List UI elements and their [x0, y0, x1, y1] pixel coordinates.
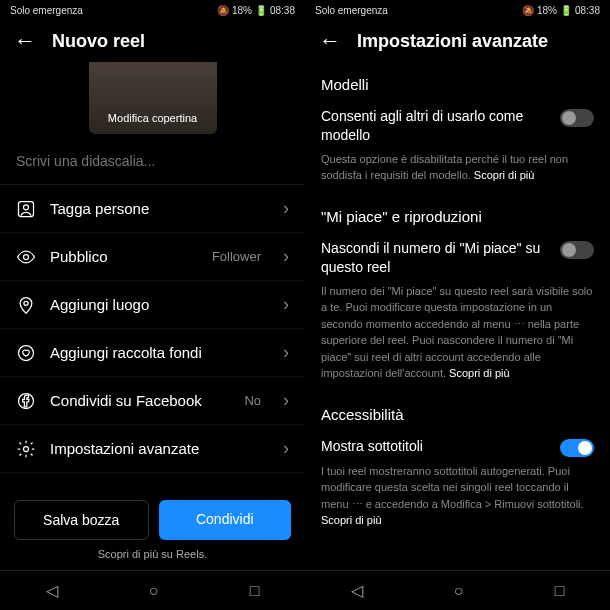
row-label: Pubblico — [50, 248, 198, 265]
status-bar: Solo emergenza 🔕 18% 🔋 08:38 — [305, 0, 610, 20]
back-icon[interactable]: ← — [14, 28, 36, 54]
svg-point-6 — [24, 446, 29, 451]
chevron-right-icon: › — [283, 246, 289, 267]
battery-pct: 18% — [537, 5, 557, 16]
edit-cover-button[interactable]: Modifica copertina — [108, 112, 197, 124]
nav-recent-icon[interactable]: □ — [555, 582, 565, 600]
row-label: Aggiungi luogo — [50, 296, 269, 313]
nav-home-icon[interactable]: ○ — [454, 582, 464, 600]
battery-pct: 18% — [232, 5, 252, 16]
caption-input[interactable] — [16, 153, 289, 169]
cover-area: Modifica copertina — [0, 62, 305, 142]
status-left: Solo emergenza — [10, 5, 83, 16]
heart-icon — [16, 343, 36, 363]
share-button[interactable]: Condividi — [159, 500, 292, 540]
battery-icon: 🔋 — [255, 5, 267, 16]
row-label: Condividi su Facebook — [50, 392, 230, 409]
facebook-icon — [16, 391, 36, 411]
page-title: Impostazioni avanzate — [357, 31, 548, 52]
chevron-right-icon: › — [283, 390, 289, 411]
setting-description: Il numero dei "Mi piace" su questo reel … — [321, 283, 594, 382]
row-value: Follower — [212, 249, 261, 264]
setting-description: Questa opzione è disabilitata perché il … — [321, 151, 594, 184]
nav-bar: ◁ ○ □ — [0, 570, 305, 610]
setting-label: Nascondi il numero di "Mi piace" su ques… — [321, 239, 550, 277]
footer: Salva bozza Condividi Scopri di più su R… — [0, 490, 305, 570]
chevron-right-icon: › — [283, 342, 289, 363]
row-advanced-settings[interactable]: Impostazioni avanzate › — [0, 425, 305, 473]
nav-back-icon[interactable]: ◁ — [46, 581, 58, 600]
row-value: No — [244, 393, 261, 408]
setting-allow-template: Consenti agli altri di usarlo come model… — [305, 99, 610, 194]
svg-point-1 — [24, 204, 29, 209]
status-left: Solo emergenza — [315, 5, 388, 16]
row-label: Tagga persone — [50, 200, 269, 217]
setting-description: I tuoi reel mostreranno sottotitoli auto… — [321, 463, 594, 529]
setting-label: Consenti agli altri di usarlo come model… — [321, 107, 550, 145]
setting-captions: Mostra sottotitoli I tuoi reel mostreran… — [305, 429, 610, 539]
page-title: Nuovo reel — [52, 31, 145, 52]
section-likes-plays: "Mi piace" e riproduzioni — [305, 194, 610, 231]
screen-advanced-settings: Solo emergenza 🔕 18% 🔋 08:38 ← Impostazi… — [305, 0, 610, 610]
row-add-location[interactable]: Aggiungi luogo › — [0, 281, 305, 329]
learn-more-link[interactable]: Scopri di più — [321, 514, 382, 526]
battery-icon: 🔋 — [560, 5, 572, 16]
save-draft-button[interactable]: Salva bozza — [14, 500, 149, 540]
svg-point-4 — [19, 345, 34, 360]
learn-more-reels[interactable]: Scopri di più su Reels. — [14, 540, 291, 564]
svg-point-2 — [24, 254, 29, 259]
clock: 08:38 — [575, 5, 600, 16]
header: ← Impostazioni avanzate — [305, 20, 610, 62]
row-fundraiser[interactable]: Aggiungi raccolta fondi › — [0, 329, 305, 377]
settings-scroll[interactable]: Modelli Consenti agli altri di usarlo co… — [305, 62, 610, 570]
toggle-allow-template[interactable] — [560, 109, 594, 127]
screen-new-reel: Solo emergenza 🔕 18% 🔋 08:38 ← Nuovo ree… — [0, 0, 305, 610]
gear-icon — [16, 439, 36, 459]
svg-rect-0 — [19, 201, 34, 216]
learn-more-link[interactable]: Scopri di più — [474, 169, 535, 181]
nav-back-icon[interactable]: ◁ — [351, 581, 363, 600]
nav-home-icon[interactable]: ○ — [149, 582, 159, 600]
clock: 08:38 — [270, 5, 295, 16]
row-tag-people[interactable]: Tagga persone › — [0, 185, 305, 233]
status-right: 🔕 18% 🔋 08:38 — [217, 5, 295, 16]
chevron-right-icon: › — [283, 294, 289, 315]
row-audience[interactable]: Pubblico Follower › — [0, 233, 305, 281]
person-icon — [16, 199, 36, 219]
status-bar: Solo emergenza 🔕 18% 🔋 08:38 — [0, 0, 305, 20]
setting-label: Mostra sottotitoli — [321, 437, 550, 456]
nav-bar: ◁ ○ □ — [305, 570, 610, 610]
status-right: 🔕 18% 🔋 08:38 — [522, 5, 600, 16]
section-templates: Modelli — [305, 62, 610, 99]
chevron-right-icon: › — [283, 198, 289, 219]
setting-hide-likes: Nascondi il numero di "Mi piace" su ques… — [305, 231, 610, 392]
header: ← Nuovo reel — [0, 20, 305, 62]
cover-thumbnail[interactable]: Modifica copertina — [89, 62, 217, 134]
row-label: Aggiungi raccolta fondi — [50, 344, 269, 361]
svg-point-3 — [24, 301, 28, 305]
toggle-hide-likes[interactable] — [560, 241, 594, 259]
chevron-right-icon: › — [283, 438, 289, 459]
caption-area[interactable] — [0, 142, 305, 185]
mute-icon: 🔕 — [217, 5, 229, 16]
row-share-facebook[interactable]: Condividi su Facebook No › — [0, 377, 305, 425]
learn-more-link[interactable]: Scopri di più — [449, 367, 510, 379]
back-icon[interactable]: ← — [319, 28, 341, 54]
row-label: Impostazioni avanzate — [50, 440, 269, 457]
eye-icon — [16, 247, 36, 267]
section-accessibility: Accessibilità — [305, 392, 610, 429]
pin-icon — [16, 295, 36, 315]
nav-recent-icon[interactable]: □ — [250, 582, 260, 600]
toggle-captions[interactable] — [560, 439, 594, 457]
mute-icon: 🔕 — [522, 5, 534, 16]
